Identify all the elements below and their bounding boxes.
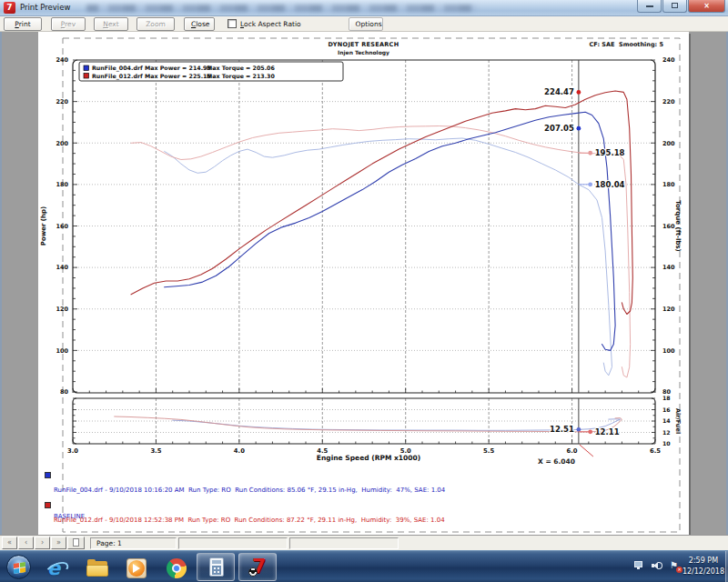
taskbar-clock[interactable]: 2:59 PM 12/12/2018 <box>682 556 724 577</box>
svg-text:160: 160 <box>662 223 675 230</box>
internet-explorer-icon[interactable]: e <box>47 557 69 579</box>
options-button[interactable]: Options <box>349 17 383 31</box>
action-center-flag-icon[interactable]: ⚑✕ <box>670 561 681 571</box>
file-explorer-icon[interactable] <box>86 557 108 579</box>
minimize-icon <box>646 5 653 7</box>
svg-text:180: 180 <box>662 181 675 188</box>
svg-text:200: 200 <box>662 140 675 147</box>
page-number-cell: Page: 1 <box>90 537 177 549</box>
run1-swatch <box>45 472 51 478</box>
svg-text:80: 80 <box>60 388 69 396</box>
minimize-button[interactable] <box>637 0 662 13</box>
media-player-icon[interactable] <box>126 557 147 579</box>
next-page-button[interactable]: › <box>35 537 50 549</box>
svg-text:207.05: 207.05 <box>544 124 574 133</box>
svg-text:18: 18 <box>662 395 671 401</box>
status-bar: « ‹ › » Page: 1 <box>0 535 728 550</box>
svg-text:4.0: 4.0 <box>234 447 245 455</box>
close-window-button[interactable]: × <box>688 0 725 13</box>
play-icon <box>133 564 140 573</box>
system-tray: ⚑✕ <box>634 561 681 571</box>
start-button[interactable] <box>6 555 31 579</box>
title-bar: 7 Print Preview × <box>0 0 728 16</box>
svg-text:140: 140 <box>662 264 675 271</box>
svg-text:10: 10 <box>662 440 671 447</box>
svg-text:3.0: 3.0 <box>67 447 78 455</box>
svg-text:5.5: 5.5 <box>483 447 494 455</box>
svg-text:100: 100 <box>56 347 68 355</box>
svg-text:195.18: 195.18 <box>595 148 625 157</box>
svg-text:240: 240 <box>56 56 68 64</box>
xaxis-title: Engine Speed (RPM x1000) <box>278 454 460 462</box>
svg-text:6.0: 6.0 <box>567 447 578 455</box>
taskbar: e 7 ⚑✕ 2:59 PM 12/12/2018 <box>0 550 728 582</box>
svg-text:Max Torque = 213.30: Max Torque = 213.30 <box>207 73 275 80</box>
page-setup-button[interactable] <box>67 537 85 549</box>
run2-swatch <box>45 502 51 508</box>
calculator-icon <box>206 557 228 578</box>
print-preview-toolbar: Print Prev Next Zoom Out Close Lock Aspe… <box>0 16 728 32</box>
blurred-document-path <box>86 5 478 12</box>
print-button[interactable]: Print <box>4 17 42 31</box>
svg-text:RunFile_012.drf Max Power = 22: RunFile_012.drf Max Power = 225.15 <box>92 73 211 80</box>
volume-icon[interactable] <box>652 561 662 570</box>
svg-text:100: 100 <box>662 347 675 355</box>
clock-date: 12/12/2018 <box>682 567 724 577</box>
svg-text:12.51: 12.51 <box>550 425 574 434</box>
svg-text:160: 160 <box>56 223 68 230</box>
zoom-out-button[interactable]: Zoom Out <box>136 17 175 31</box>
svg-text:200: 200 <box>56 140 68 147</box>
report-page: DYNOJET RESEARCH Injen Technology CF: SA… <box>38 32 689 535</box>
prev-page-button[interactable]: ‹ <box>18 537 34 549</box>
svg-text:120: 120 <box>56 306 68 313</box>
screen: { "window": { "title": "Print Preview" }… <box>0 0 728 582</box>
document-icon <box>73 538 79 547</box>
svg-text:Air/Fuel: Air/Fuel <box>674 408 682 434</box>
preview-area: DYNOJET RESEARCH Injen Technology CF: SA… <box>0 32 728 535</box>
svg-text:6.5: 6.5 <box>650 447 661 455</box>
svg-text:12.11: 12.11 <box>595 427 620 436</box>
svg-text:3.5: 3.5 <box>150 447 161 455</box>
clock-time: 2:59 PM <box>682 556 724 567</box>
lock-aspect-ratio-label[interactable]: Lock Aspect Ratio <box>240 20 301 28</box>
next-button[interactable]: Next <box>94 17 128 31</box>
svg-text:180: 180 <box>56 181 68 188</box>
svg-text:220: 220 <box>56 98 68 105</box>
svg-text:14: 14 <box>662 417 671 424</box>
cursor-readout: X = 6.040 <box>538 457 575 466</box>
status-cell-empty-2 <box>289 537 399 549</box>
svg-text:120: 120 <box>662 306 675 313</box>
app-icon: 7 <box>4 2 15 14</box>
svg-text:Torque (ft-lbs): Torque (ft-lbs) <box>674 200 682 252</box>
run1-file-line: RunFile_004.drf - 9/10/2018 10:16:20 AM … <box>54 487 445 496</box>
maximize-button[interactable] <box>662 0 687 13</box>
last-page-button[interactable]: » <box>51 537 66 549</box>
first-page-button[interactable]: « <box>2 537 17 549</box>
dynojet-icon: 7 <box>248 557 270 578</box>
svg-text:Max Torque = 205.06: Max Torque = 205.06 <box>207 65 275 72</box>
svg-text:220: 220 <box>662 98 675 105</box>
svg-text:140: 140 <box>56 264 68 271</box>
run2-file-line: RunFile_012.drf - 9/10/2018 12:52:38 PM … <box>54 517 445 526</box>
window-title: Print Preview <box>20 3 70 12</box>
windows-flag-icon <box>14 562 25 574</box>
dynojet-taskbar-button[interactable]: 7 <box>238 553 277 581</box>
lock-aspect-ratio-checkbox[interactable] <box>228 19 237 28</box>
network-icon[interactable] <box>634 561 644 570</box>
status-cell-empty-1 <box>178 537 288 549</box>
prev-button[interactable]: Prev <box>51 17 86 31</box>
svg-text:224.47: 224.47 <box>544 87 574 96</box>
svg-text:16: 16 <box>662 406 671 413</box>
maximize-icon <box>672 3 678 8</box>
close-preview-button[interactable]: Close <box>184 17 215 31</box>
svg-text:180.04: 180.04 <box>595 180 625 189</box>
calculator-taskbar-button[interactable] <box>197 553 235 581</box>
svg-text:RunFile_004.drf Max Power = 21: RunFile_004.drf Max Power = 214.93 <box>92 65 211 72</box>
chrome-icon[interactable] <box>166 557 187 579</box>
svg-text:Power (hp): Power (hp) <box>40 206 47 246</box>
svg-text:240: 240 <box>662 56 675 64</box>
svg-text:12: 12 <box>662 429 671 436</box>
